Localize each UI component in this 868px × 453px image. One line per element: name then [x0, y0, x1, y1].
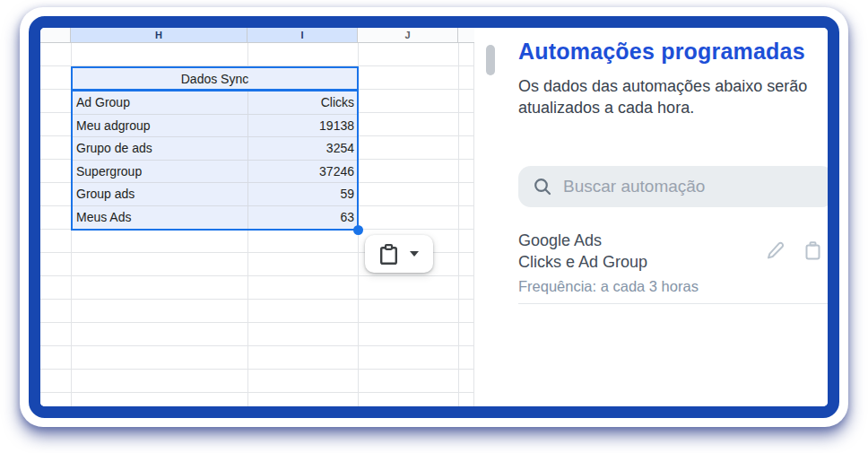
- selected-range[interactable]: Ad Group Clicks Meu adgroup 19138 Grupo …: [71, 90, 359, 231]
- column-header-row: H I J: [40, 28, 474, 43]
- column-header-h[interactable]: H: [71, 28, 247, 42]
- gridline: [458, 43, 459, 406]
- cell-name[interactable]: Supergroup: [73, 161, 248, 183]
- cell-value[interactable]: 59: [248, 183, 357, 205]
- cell-value[interactable]: 3254: [248, 137, 357, 160]
- cell-name[interactable]: Meu adgroup: [73, 115, 248, 137]
- divider: [518, 303, 834, 304]
- cell-name[interactable]: Grupo de ads: [73, 137, 248, 160]
- automation-item: Google Ads Clicks e Ad Group: [518, 230, 834, 305]
- table-row[interactable]: Grupo de ads 3254: [73, 137, 357, 161]
- table-row[interactable]: Meus Ads 63: [73, 206, 357, 230]
- table-header-row[interactable]: Ad Group Clicks: [73, 91, 357, 115]
- delete-icon[interactable]: [803, 240, 823, 261]
- cell-clicks[interactable]: Clicks: [248, 91, 357, 114]
- column-header-i[interactable]: I: [247, 28, 358, 42]
- cell-value[interactable]: 63: [248, 206, 357, 230]
- table-row[interactable]: Supergroup 37246: [73, 161, 357, 184]
- automation-frequency: Frequência: a cada 3 horas: [518, 278, 834, 295]
- column-header-j[interactable]: J: [358, 28, 458, 42]
- search-box[interactable]: [518, 166, 834, 207]
- sheet-grid[interactable]: Dados Sync Ad Group Clicks Meu adgroup 1…: [40, 43, 474, 406]
- page-description: Os dados das automações abaixo serão atu…: [518, 76, 834, 119]
- table-row[interactable]: Group ads 59: [73, 183, 357, 206]
- paste-button[interactable]: [365, 235, 433, 273]
- scrollbar-gutter: [474, 28, 499, 406]
- cell-value[interactable]: 19138: [248, 115, 357, 137]
- edit-icon[interactable]: [766, 240, 786, 261]
- blue-frame: H I J Dados Sync Ad Group Click: [29, 16, 839, 418]
- automations-sidebar: Automações programadas Os dados das auto…: [499, 28, 839, 406]
- cell-value[interactable]: 37246: [248, 161, 357, 183]
- page-title: Automações programadas: [518, 39, 834, 65]
- cell-ad-group[interactable]: Ad Group: [73, 91, 248, 114]
- chevron-down-icon[interactable]: [410, 251, 419, 257]
- clipboard-icon: [379, 244, 398, 265]
- vertical-scrollbar-thumb[interactable]: [486, 45, 495, 75]
- table-row[interactable]: Meu adgroup 19138: [73, 115, 357, 138]
- spreadsheet[interactable]: H I J Dados Sync Ad Group Click: [40, 28, 474, 406]
- cell-name[interactable]: Group ads: [73, 183, 248, 205]
- automation-source: Google Ads: [518, 230, 647, 251]
- cell-name[interactable]: Meus Ads: [73, 206, 248, 230]
- app-card: H I J Dados Sync Ad Group Click: [20, 7, 848, 427]
- column-header-blank[interactable]: [40, 28, 71, 42]
- selection-handle[interactable]: [353, 225, 363, 235]
- dados-sync-cell[interactable]: Dados Sync: [71, 66, 359, 91]
- column-header-partial[interactable]: [458, 28, 474, 42]
- search-icon: [533, 177, 552, 196]
- automation-fields: Clicks e Ad Group: [518, 251, 647, 273]
- search-input[interactable]: [563, 177, 820, 196]
